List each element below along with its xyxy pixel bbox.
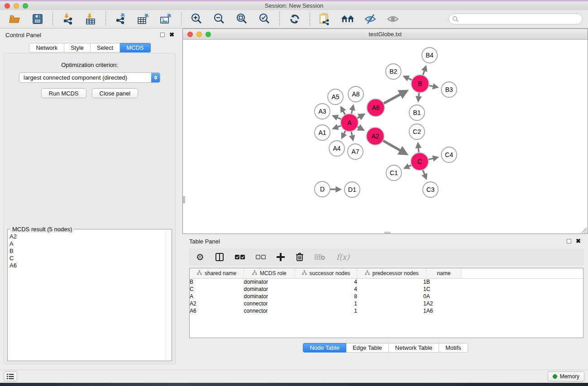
float-table-panel-icon[interactable] (567, 239, 571, 243)
table-row[interactable]: Cdominator41C (190, 286, 583, 293)
cell-name[interactable]: A (426, 293, 461, 300)
float-panel-icon[interactable] (160, 33, 165, 37)
deselect-all-icon[interactable] (256, 252, 266, 262)
cell-MCDS-role[interactable]: dominator (244, 278, 295, 286)
edge-A-A7[interactable] (351, 131, 353, 140)
edge-B-B3[interactable] (429, 86, 437, 87)
cell-successor-nodes[interactable]: 8 (295, 293, 357, 300)
mcds-result-item[interactable]: A2 (10, 233, 165, 240)
node-C[interactable]: C (411, 153, 429, 171)
cell-predecessor-nodes[interactable]: 1 (357, 286, 426, 293)
tab-motifs[interactable]: Motifs (439, 343, 468, 353)
tab-select[interactable]: Select (91, 43, 120, 52)
edge-A-A8[interactable] (351, 105, 353, 114)
cell-predecessor-nodes[interactable]: 1 (357, 300, 426, 307)
table-row[interactable]: A6connector11A6 (190, 307, 583, 315)
edge-A-A5[interactable] (341, 107, 345, 115)
edge-C-C3[interactable] (423, 170, 426, 178)
search-field[interactable] (449, 14, 583, 24)
node-D1[interactable]: D1 (344, 182, 360, 197)
network-window-titlebar[interactable]: testGlobe.txt (183, 29, 588, 40)
home-layout-icon[interactable] (341, 12, 354, 26)
node-C3[interactable]: C3 (423, 182, 438, 197)
node-C1[interactable]: C1 (386, 165, 402, 181)
criterion-dropdown[interactable]: largest connected component (directed) (19, 72, 160, 83)
node-B[interactable]: B (411, 75, 429, 93)
tab-mcds[interactable]: MCDS (120, 43, 150, 52)
cell-MCDS-role[interactable]: dominator (244, 293, 295, 300)
column-header-MCDS-role[interactable]: MCDS role (244, 268, 295, 278)
close-table-panel-icon[interactable]: ✖ (576, 239, 581, 243)
cell-MCDS-role[interactable]: connector (244, 307, 295, 315)
show-all-icon[interactable] (386, 12, 400, 26)
zoom-fit-icon[interactable] (235, 12, 249, 26)
edge-A6-B[interactable] (383, 91, 406, 104)
node-A7[interactable]: A7 (348, 144, 363, 159)
cell-successor-nodes[interactable]: 1 (295, 300, 357, 307)
memory-button[interactable]: Memory (548, 372, 584, 381)
horizontal-scroll-thumb[interactable] (384, 232, 391, 234)
tab-node-table[interactable]: Node Table (303, 343, 346, 353)
edge-A-A2[interactable] (357, 127, 363, 130)
close-panel-icon[interactable]: ✖ (169, 33, 174, 37)
delete-table-icon[interactable] (315, 252, 325, 262)
zoom-in-icon[interactable] (190, 12, 203, 26)
export-network-icon[interactable] (114, 12, 128, 26)
edge-A-A6[interactable] (357, 114, 364, 119)
cell-predecessor-nodes[interactable]: 0 (357, 293, 426, 300)
network-from-file-icon[interactable] (318, 12, 332, 26)
cell-shared-name[interactable]: C (190, 286, 244, 293)
edge-A-A4[interactable] (342, 131, 346, 138)
network-canvas[interactable]: AA1A2A3A4A5A6A7A8BB1B2B3B4CC1C2C3C4DD1 (183, 40, 588, 234)
table-row[interactable]: Adominator80A (190, 293, 583, 300)
select-all-icon[interactable] (235, 252, 245, 262)
cell-name[interactable]: A6 (426, 307, 461, 315)
export-table-icon[interactable] (137, 12, 150, 26)
resize-grip[interactable] (582, 228, 587, 233)
save-session-icon[interactable] (31, 12, 44, 26)
vertical-scroll-thumb[interactable] (183, 196, 185, 203)
node-C4[interactable]: C4 (441, 147, 457, 162)
cell-name[interactable]: C (426, 286, 461, 293)
node-A6[interactable]: A6 (367, 99, 385, 117)
cell-shared-name[interactable]: B (190, 278, 244, 286)
edge-C-C4[interactable] (428, 157, 438, 160)
column-header-name[interactable]: name (426, 268, 461, 278)
tab-style[interactable]: Style (64, 43, 91, 52)
open-file-icon[interactable] (8, 12, 22, 26)
node-A4[interactable]: A4 (329, 141, 344, 156)
table-row[interactable]: A2connector11A2 (190, 300, 583, 307)
tab-network-table[interactable]: Network Table (389, 343, 439, 353)
cell-successor-nodes[interactable]: 4 (295, 286, 357, 293)
cell-successor-nodes[interactable]: 1 (295, 307, 357, 315)
import-table-icon[interactable] (84, 12, 97, 26)
main-titlebar[interactable]: Session: New Session (0, 1, 588, 10)
import-network-icon[interactable] (61, 12, 75, 26)
mcds-result-item[interactable]: C (10, 255, 165, 262)
cell-MCDS-role[interactable]: dominator (244, 286, 295, 293)
node-A2[interactable]: A2 (367, 128, 384, 145)
mcds-list-scrollbar[interactable] (165, 230, 171, 360)
cell-name[interactable]: A2 (426, 300, 461, 307)
edge-C-C1[interactable] (405, 165, 411, 168)
table-settings-gear-icon[interactable]: ⚙ (196, 252, 204, 262)
export-image-icon[interactable] (159, 12, 173, 26)
mcds-result-list[interactable]: A2ABCA6 (10, 233, 165, 360)
cell-shared-name[interactable]: A6 (190, 307, 244, 315)
column-header-successor-nodes[interactable]: successor nodes (295, 268, 357, 278)
column-header-predecessor-nodes[interactable]: predecessor nodes (357, 268, 426, 278)
search-input[interactable] (461, 14, 582, 24)
tab-network[interactable]: Network (29, 43, 64, 52)
edge-B-B2[interactable] (404, 76, 412, 80)
hide-selected-icon[interactable] (363, 12, 377, 26)
table-row[interactable]: Bdominator41B (190, 278, 583, 286)
edge-A-A3[interactable] (333, 116, 341, 119)
cell-shared-name[interactable]: A (190, 293, 244, 300)
cell-shared-name[interactable]: A2 (190, 300, 244, 307)
delete-column-trash-icon[interactable] (296, 252, 304, 262)
mcds-result-item[interactable]: A6 (10, 262, 165, 269)
mcds-result-item[interactable]: B (10, 248, 165, 255)
node-B4[interactable]: B4 (422, 48, 437, 63)
node-B1[interactable]: B1 (409, 105, 425, 120)
edge-C-C2[interactable] (418, 143, 419, 153)
